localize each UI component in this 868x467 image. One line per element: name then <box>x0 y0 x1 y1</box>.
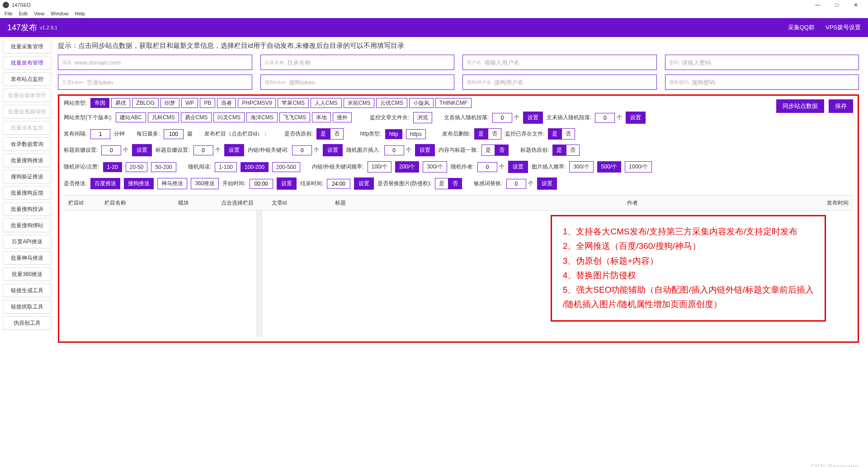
push-opt-2[interactable]: 神马推送 <box>157 178 187 189</box>
link-qq-group[interactable]: 采集QQ群 <box>788 23 815 32</box>
sidebar-item-1[interactable]: 批量发布管理 <box>3 56 52 70</box>
site-type-7[interactable]: PHPCMSV9 <box>238 98 276 108</box>
sens-input[interactable] <box>506 179 526 189</box>
row1-input-1[interactable] <box>287 59 451 66</box>
push-opt-0[interactable]: 百度推送 <box>90 178 120 189</box>
end-set-button[interactable]: 设置 <box>354 177 374 190</box>
sidebar-item-9[interactable]: 批量搜狗反馈 <box>3 186 52 200</box>
row1-input-2[interactable] <box>484 59 653 66</box>
http-option[interactable]: http <box>385 129 402 139</box>
push-opt-3[interactable]: 360推送 <box>191 178 219 189</box>
sidebar-item-11[interactable]: 批量搜狗绑站 <box>3 219 52 232</box>
rand-img-input[interactable] <box>384 145 404 155</box>
site-type-10[interactable]: 米拓CMS <box>344 98 375 108</box>
read-opt-0[interactable]: 1-100 <box>215 162 237 172</box>
del-after-toggle[interactable]: 是否 <box>474 128 501 140</box>
sidebar-item-3[interactable]: 批量自媒体管理 <box>3 89 52 102</box>
freq-opt-0[interactable]: 100/个 <box>368 161 392 173</box>
sidebar-item-16[interactable]: 链接抓取工具 <box>3 300 52 313</box>
link-kw-set-button[interactable]: 设置 <box>323 144 343 156</box>
suffix-set-button[interactable]: 设置 <box>224 144 244 156</box>
title-fake-toggle[interactable]: 是否 <box>552 145 580 156</box>
author-set-button[interactable]: 设置 <box>508 161 528 173</box>
site-type-11[interactable]: 云优CMS <box>376 98 407 108</box>
push-opt-1[interactable]: 搜狗推送 <box>124 178 154 189</box>
site-type-13[interactable]: THINKCMF <box>435 98 472 108</box>
title-suffix-input[interactable] <box>193 145 213 155</box>
site-type-8[interactable]: 苹果CMS <box>278 98 309 108</box>
site-type-4[interactable]: WP <box>181 98 198 108</box>
comment-opt-2[interactable]: 50-200 <box>151 162 176 172</box>
fake-orig-toggle[interactable]: 是否 <box>316 128 344 140</box>
row1-input-0[interactable] <box>75 59 248 66</box>
start-set-button[interactable]: 设置 <box>277 177 297 190</box>
title-prefix-input[interactable] <box>101 145 121 155</box>
link-vps-settings[interactable]: VPS拨号设置 <box>826 23 861 32</box>
tail-insert-input[interactable] <box>595 113 615 123</box>
site-type-next-1[interactable]: 凡科CMS <box>148 112 179 122</box>
sens-set-button[interactable]: 设置 <box>537 177 557 190</box>
head-insert-input[interactable] <box>492 113 512 123</box>
menu-view[interactable]: View <box>34 11 45 16</box>
site-type-0[interactable]: 帝国 <box>90 98 109 108</box>
freq-opt-2[interactable]: 300/个 <box>423 161 447 173</box>
site-type-1[interactable]: 易优 <box>111 98 130 108</box>
site-type-2[interactable]: ZBLOG <box>132 98 159 108</box>
sidebar-item-5[interactable]: 批量排名监控 <box>3 121 52 135</box>
site-type-6[interactable]: 迅睿 <box>217 98 236 108</box>
rand-author-input[interactable] <box>477 162 497 172</box>
site-type-9[interactable]: 人人CMS <box>311 98 342 108</box>
sidebar-item-15[interactable]: 链接生成工具 <box>3 284 52 297</box>
sidebar-item-2[interactable]: 发布站点监控 <box>3 72 52 86</box>
https-option[interactable]: https <box>406 129 426 139</box>
comment-opt-1[interactable]: 20-50 <box>126 162 148 172</box>
site-type-next-6[interactable]: 本地 <box>312 112 331 122</box>
sidebar-item-14[interactable]: 批量360推送 <box>3 267 52 281</box>
site-type-next-2[interactable]: 易企CMS <box>181 112 212 122</box>
browse-button[interactable]: 浏览 <box>413 112 432 123</box>
content-title-toggle[interactable]: 是否 <box>481 145 509 156</box>
menu-window[interactable]: Window <box>51 11 68 16</box>
site-type-next-5[interactable]: 飞飞CMS <box>279 112 311 122</box>
sidebar-item-8[interactable]: 搜狗验证推送 <box>3 170 52 183</box>
sidebar-item-4[interactable]: 批量短视频管理 <box>3 105 52 118</box>
prefix-set-button[interactable]: 设置 <box>132 144 152 156</box>
sidebar-item-7[interactable]: 批量搜狗推送 <box>3 154 52 167</box>
freq-opt-1[interactable]: 200/个 <box>395 161 419 173</box>
site-type-next-0[interactable]: 建站ABC <box>116 112 146 122</box>
sidebar-item-10[interactable]: 批量搜狗投诉 <box>3 202 52 216</box>
menu-help[interactable]: Help <box>75 11 85 16</box>
img-freq-opt-2[interactable]: 1000/个 <box>625 161 652 173</box>
end-time-input[interactable] <box>327 179 350 189</box>
comment-opt-0[interactable]: 1-20 <box>103 162 122 172</box>
site-type-12[interactable]: 小旋风 <box>409 98 434 108</box>
site-type-3[interactable]: 织梦 <box>160 98 179 108</box>
head-set-button[interactable]: 设置 <box>523 112 543 124</box>
row1-input-3[interactable] <box>682 59 855 66</box>
site-type-next-7[interactable]: 搜外 <box>333 112 352 122</box>
link-kw-input[interactable] <box>292 145 312 155</box>
watch-exist-toggle[interactable]: 是否 <box>548 128 575 140</box>
site-type-next-4[interactable]: 海洋CMS <box>246 112 278 122</box>
read-opt-1[interactable]: 100-200 <box>241 162 269 172</box>
daily-max-input[interactable] <box>164 129 184 139</box>
sidebar-item-12[interactable]: 百度API推送 <box>3 235 52 248</box>
close-button[interactable]: ✕ <box>846 0 865 10</box>
sidebar-item-6[interactable]: 收录数据查询 <box>3 137 52 151</box>
read-opt-2[interactable]: 200-500 <box>272 162 300 172</box>
interval-input[interactable] <box>90 129 110 139</box>
site-type-next-3[interactable]: 闪灵CMS <box>213 112 245 122</box>
sync-button[interactable]: 同步站点数据 <box>776 99 824 113</box>
row2-input-1[interactable] <box>289 79 450 86</box>
menu-edit[interactable]: Edit <box>19 11 28 16</box>
minimize-button[interactable]: — <box>808 0 827 10</box>
img-freq-opt-0[interactable]: 300/个 <box>569 161 593 173</box>
row2-input-3[interactable] <box>692 79 855 86</box>
sidebar-item-0[interactable]: 批量采集管理 <box>3 40 52 53</box>
img-freq-opt-1[interactable]: 500/个 <box>597 161 621 173</box>
scrollbar[interactable] <box>256 210 262 337</box>
sidebar-item-13[interactable]: 批量神马推送 <box>3 251 52 265</box>
tail-set-button[interactable]: 设置 <box>626 112 646 124</box>
replace-img-toggle[interactable]: 是否 <box>435 178 462 189</box>
start-time-input[interactable] <box>250 179 273 189</box>
